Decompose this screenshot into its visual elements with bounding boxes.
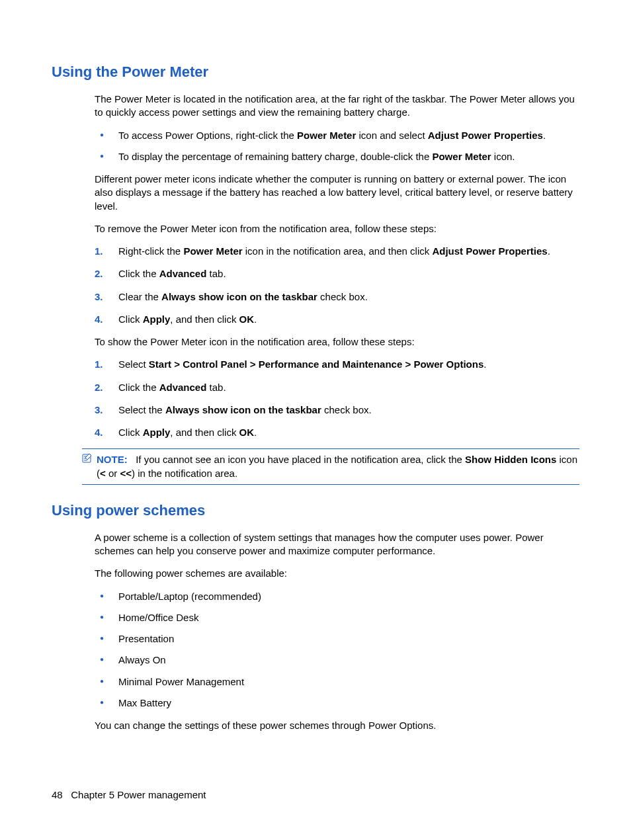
scheme-item: Home/Office Desk [95, 611, 579, 624]
schemes-intro: A power scheme is a collection of system… [95, 531, 579, 558]
page-content: Using the Power Meter The Power Meter is… [0, 0, 631, 732]
step-item: Select the Always show icon on the taskb… [95, 403, 579, 417]
note-box: NOTE: If you cannot see an icon you have… [82, 448, 579, 485]
scheme-item: Always On [95, 653, 579, 667]
step-item: Click Apply, and then click OK. [95, 313, 579, 326]
intro-paragraph: The Power Meter is located in the notifi… [95, 93, 579, 120]
para-show-intro: To show the Power Meter icon in the noti… [95, 335, 579, 349]
page-footer: 48 Chapter 5 Power management [52, 789, 206, 800]
heading-power-schemes: Using power schemes [52, 502, 579, 519]
step-item: Select Start > Control Panel > Performan… [95, 358, 579, 371]
schemes-change: You can change the settings of these pow… [95, 719, 579, 732]
note-label: NOTE: [97, 454, 128, 465]
schemes-list: Portable/Laptop (recommended) Home/Offic… [95, 590, 579, 710]
step-item: Click the Advanced tab. [95, 267, 579, 280]
para-icons: Different power meter icons indicate whe… [95, 173, 579, 213]
heading-power-meter: Using the Power Meter [52, 63, 579, 81]
step-item: Click Apply, and then click OK. [95, 426, 579, 439]
step-item: Clear the Always show icon on the taskba… [95, 290, 579, 304]
bullet-item: To display the percentage of remaining b… [95, 150, 579, 163]
scheme-item: Presentation [95, 632, 579, 646]
para-remove-intro: To remove the Power Meter icon from the … [95, 222, 579, 235]
step-item: Right-click the Power Meter icon in the … [95, 245, 579, 258]
note-icon [82, 453, 93, 464]
step-item: Click the Advanced tab. [95, 381, 579, 394]
scheme-item: Portable/Laptop (recommended) [95, 590, 579, 603]
bullet-item: To access Power Options, right-click the… [95, 129, 579, 142]
page-number: 48 [52, 789, 63, 800]
chapter-label: Chapter 5 Power management [71, 789, 206, 800]
section-power-schemes-body: A power scheme is a collection of system… [95, 531, 579, 733]
scheme-item: Max Battery [95, 696, 579, 710]
steps-show: Select Start > Control Panel > Performan… [95, 358, 579, 439]
section-power-meter-body: The Power Meter is located in the notifi… [95, 93, 579, 439]
scheme-item: Minimal Power Management [95, 675, 579, 689]
steps-remove: Right-click the Power Meter icon in the … [95, 245, 579, 326]
access-bullets: To access Power Options, right-click the… [95, 129, 579, 164]
schemes-available: The following power schemes are availabl… [95, 567, 579, 580]
